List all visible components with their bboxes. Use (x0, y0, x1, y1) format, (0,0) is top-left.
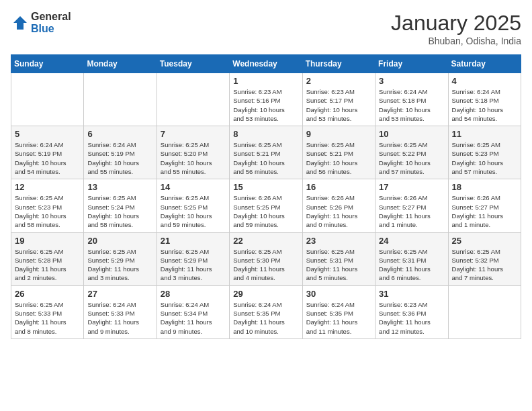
day-info: Daylight: 11 hours (161, 265, 226, 273)
location-title: Bhuban, Odisha, India (391, 36, 521, 46)
day-info: Sunrise: 6:23 AM (379, 300, 444, 309)
day-info: Sunset: 5:27 PM (379, 203, 444, 212)
day-info: Sunrise: 6:25 AM (306, 140, 371, 149)
weekday-header: Tuesday (157, 55, 229, 73)
day-info: Sunset: 5:31 PM (379, 256, 444, 265)
day-info: Daylight: 11 hours (306, 265, 371, 273)
day-number: 11 (452, 129, 517, 139)
day-info: Sunset: 5:32 PM (452, 256, 517, 265)
calendar-cell: 18Sunrise: 6:26 AMSunset: 5:27 PMDayligh… (448, 179, 521, 232)
day-number: 25 (452, 236, 517, 246)
day-number: 31 (379, 289, 444, 299)
day-info: Sunset: 5:26 PM (306, 203, 371, 212)
day-info: Sunset: 5:33 PM (87, 309, 152, 318)
day-info: Daylight: 10 hours (87, 158, 152, 167)
calendar-cell: 6Sunrise: 6:24 AMSunset: 5:19 PMDaylight… (84, 126, 157, 179)
calendar-cell: 21Sunrise: 6:25 AMSunset: 5:29 PMDayligh… (157, 232, 229, 285)
calendar-week-row: 19Sunrise: 6:25 AMSunset: 5:28 PMDayligh… (11, 232, 521, 285)
day-number: 16 (306, 182, 371, 192)
day-info: Daylight: 10 hours (15, 158, 80, 167)
calendar-cell: 4Sunrise: 6:24 AMSunset: 5:18 PMDaylight… (448, 73, 521, 126)
calendar-cell: 11Sunrise: 6:25 AMSunset: 5:23 PMDayligh… (448, 126, 521, 179)
calendar-week-row: 12Sunrise: 6:25 AMSunset: 5:23 PMDayligh… (11, 179, 521, 232)
calendar-cell: 5Sunrise: 6:24 AMSunset: 5:19 PMDaylight… (11, 126, 84, 179)
day-info: Sunrise: 6:24 AM (452, 87, 517, 96)
day-info: Sunset: 5:23 PM (15, 203, 80, 212)
day-number: 21 (161, 236, 226, 246)
day-info: Sunrise: 6:25 AM (15, 193, 80, 202)
day-info: Daylight: 11 hours (233, 318, 298, 326)
day-info: Sunrise: 6:23 AM (306, 87, 371, 96)
day-info: Sunset: 5:18 PM (452, 96, 517, 105)
day-info: Sunrise: 6:26 AM (306, 193, 371, 202)
day-info: and 59 minutes. (233, 220, 298, 229)
day-info: Sunrise: 6:25 AM (161, 140, 226, 149)
day-info: Sunrise: 6:25 AM (379, 247, 444, 256)
day-info: Sunset: 5:35 PM (306, 309, 371, 318)
calendar-cell (11, 73, 84, 126)
calendar-cell: 22Sunrise: 6:25 AMSunset: 5:30 PMDayligh… (230, 232, 302, 285)
day-number: 3 (379, 76, 444, 86)
day-info: Sunset: 5:33 PM (15, 309, 80, 318)
day-info: Daylight: 11 hours (452, 265, 517, 273)
day-info: Sunrise: 6:24 AM (15, 140, 80, 149)
day-info: Sunset: 5:27 PM (452, 203, 517, 212)
day-info: Sunrise: 6:24 AM (161, 300, 226, 309)
day-info: and 59 minutes. (161, 220, 226, 229)
day-info: and 7 minutes. (452, 273, 517, 282)
calendar-cell: 3Sunrise: 6:24 AMSunset: 5:18 PMDaylight… (375, 73, 448, 126)
day-info: Sunrise: 6:25 AM (87, 193, 152, 202)
day-info: and 53 minutes. (306, 114, 371, 123)
day-number: 20 (87, 236, 152, 246)
day-info: and 57 minutes. (379, 167, 444, 176)
day-number: 10 (379, 129, 444, 139)
day-info: Sunset: 5:29 PM (87, 256, 152, 265)
calendar-cell: 25Sunrise: 6:25 AMSunset: 5:32 PMDayligh… (448, 232, 521, 285)
day-info: Sunset: 5:19 PM (87, 149, 152, 158)
day-info: Sunrise: 6:24 AM (306, 300, 371, 309)
day-info: Daylight: 10 hours (233, 212, 298, 220)
day-info: and 9 minutes. (87, 327, 152, 336)
day-info: Sunrise: 6:24 AM (87, 140, 152, 149)
day-info: Sunrise: 6:25 AM (15, 300, 80, 309)
calendar-cell: 13Sunrise: 6:25 AMSunset: 5:24 PMDayligh… (84, 179, 157, 232)
day-info: and 1 minute. (379, 220, 444, 229)
calendar-week-row: 26Sunrise: 6:25 AMSunset: 5:33 PMDayligh… (11, 285, 521, 338)
day-info: Sunrise: 6:25 AM (452, 247, 517, 256)
day-number: 17 (379, 182, 444, 192)
day-number: 4 (452, 76, 517, 86)
day-info: Daylight: 10 hours (306, 105, 371, 114)
day-number: 30 (306, 289, 371, 299)
day-info: and 8 minutes. (15, 327, 80, 336)
weekday-header: Thursday (302, 55, 375, 73)
weekday-header: Wednesday (230, 55, 302, 73)
day-info: Sunset: 5:21 PM (306, 149, 371, 158)
day-number: 19 (15, 236, 80, 246)
day-info: Sunrise: 6:26 AM (452, 193, 517, 202)
day-info: Sunset: 5:28 PM (15, 256, 80, 265)
day-info: and 56 minutes. (233, 167, 298, 176)
day-info: Sunrise: 6:25 AM (161, 193, 226, 202)
day-info: and 11 minutes. (306, 327, 371, 336)
day-info: Sunrise: 6:25 AM (306, 247, 371, 256)
logo-icon (11, 13, 30, 32)
day-info: Sunrise: 6:24 AM (87, 300, 152, 309)
day-info: and 4 minutes. (233, 273, 298, 282)
day-info: Daylight: 11 hours (379, 212, 444, 220)
day-info: Sunrise: 6:25 AM (15, 247, 80, 256)
day-info: Daylight: 10 hours (379, 158, 444, 167)
logo-blue: Blue (31, 23, 71, 35)
day-info: and 54 minutes. (452, 114, 517, 123)
day-info: and 10 minutes. (233, 327, 298, 336)
day-info: Sunset: 5:25 PM (233, 203, 298, 212)
day-info: Sunset: 5:31 PM (306, 256, 371, 265)
day-number: 22 (233, 236, 298, 246)
day-info: Daylight: 10 hours (87, 212, 152, 220)
day-info: and 55 minutes. (87, 167, 152, 176)
day-number: 7 (161, 129, 226, 139)
calendar-cell: 19Sunrise: 6:25 AMSunset: 5:28 PMDayligh… (11, 232, 84, 285)
calendar-cell: 10Sunrise: 6:25 AMSunset: 5:22 PMDayligh… (375, 126, 448, 179)
calendar-cell: 20Sunrise: 6:25 AMSunset: 5:29 PMDayligh… (84, 232, 157, 285)
day-info: and 9 minutes. (161, 327, 226, 336)
calendar-cell: 23Sunrise: 6:25 AMSunset: 5:31 PMDayligh… (302, 232, 375, 285)
